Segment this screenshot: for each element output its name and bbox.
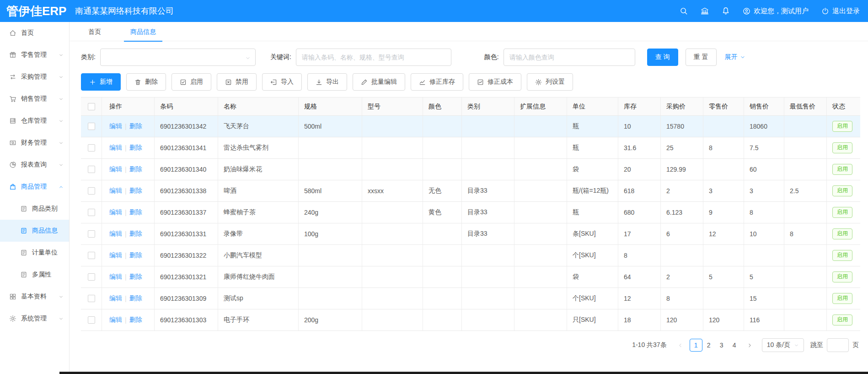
row-checkbox[interactable] [88,230,95,238]
sidebar-item-5[interactable]: 财务管理 [0,132,69,154]
toolbar-button-0[interactable]: 新增 [81,73,121,91]
warehouse-icon [9,117,16,125]
keyword-input[interactable] [296,49,451,66]
edit-link[interactable]: 编辑 [109,144,122,152]
logout-button[interactable]: 退出登录 [821,7,860,16]
tab-product-info[interactable]: 商品信息 [130,22,156,41]
select-all-checkbox[interactable] [88,103,95,110]
sidebar-item-8[interactable]: 商品类别 [0,198,69,220]
delete-link[interactable]: 删除 [129,144,142,152]
toolbar-button-8[interactable]: 修正成本 [469,73,521,91]
sidebar-item-6[interactable]: 报表查询 [0,154,69,176]
edit-link[interactable]: 编辑 [109,273,122,281]
sidebar-item-2[interactable]: 采购管理 [0,66,69,88]
page-size-select[interactable]: 10 条/页 [762,338,804,352]
reset-button[interactable]: 重 置 [686,49,717,66]
sidebar-item-3[interactable]: 销售管理 [0,88,69,110]
delete-link[interactable]: 删除 [129,208,142,217]
sidebar-item-9[interactable]: 商品信息 [0,220,69,242]
page-button-1[interactable]: 1 [690,339,702,352]
prev-page-button[interactable] [675,339,686,352]
status-badge: 启用 [832,293,852,304]
cell-model [362,137,423,158]
row-actions: 编辑|删除 [102,288,155,309]
bell-icon[interactable] [722,7,730,15]
row-checkbox[interactable] [88,273,95,281]
row-checkbox[interactable] [88,316,95,324]
app-window: 管伊佳ERP 南通某某网络科技有限公司 欢迎您，测试用户 退出登录 首页零售管理… [0,0,868,374]
welcome-user[interactable]: 欢迎您，测试用户 [743,7,809,16]
cell-unit: 袋 [567,159,618,180]
sidebar-item-1[interactable]: 零售管理 [0,44,69,66]
doc-icon [20,205,27,212]
row-checkbox-cell [81,266,102,287]
sidebar-item-7[interactable]: 商品管理 [0,176,69,198]
status-badge: 启用 [832,121,852,132]
cell-purchase [661,245,703,266]
cell-stock: 64 [618,266,661,287]
column-header: 库存 [618,98,661,115]
edit-link[interactable]: 编辑 [109,187,122,195]
delete-link[interactable]: 删除 [129,251,142,260]
cell-name: 蜂蜜柚子茶 [218,202,299,223]
cell-model [362,223,423,244]
sidebar-item-4[interactable]: 仓库管理 [0,110,69,132]
search-button[interactable]: 查 询 [647,49,678,66]
bank-icon[interactable] [701,7,709,15]
chevron-down-icon [59,141,64,146]
cell-status: 启用 [827,137,860,158]
edit-link[interactable]: 编辑 [109,165,122,173]
row-checkbox[interactable] [88,123,95,130]
edit-link[interactable]: 编辑 [109,251,122,260]
toolbar-button-4[interactable]: 导入 [262,73,302,91]
sidebar-item-11[interactable]: 多属性 [0,264,69,286]
toolbar-button-1[interactable]: 删除 [126,73,166,91]
jump-input[interactable] [827,338,849,352]
search-icon[interactable] [680,7,688,15]
toolbar-button-9[interactable]: 列设置 [527,73,573,91]
tab-home[interactable]: 首页 [88,22,101,41]
chevron-down-icon [794,343,799,348]
page-button-4[interactable]: 4 [728,339,741,352]
sidebar-item-0[interactable]: 首页 [0,22,69,44]
edit-link[interactable]: 编辑 [109,230,122,238]
row-checkbox[interactable] [88,209,95,216]
delete-link[interactable]: 删除 [129,273,142,281]
edit-link[interactable]: 编辑 [109,294,122,303]
row-checkbox[interactable] [88,144,95,152]
sidebar-item-13[interactable]: 系统管理 [0,308,69,330]
delete-link[interactable]: 删除 [129,230,142,238]
row-checkbox[interactable] [88,252,95,259]
toolbar-button-5[interactable]: 导出 [307,73,347,91]
category-select[interactable] [100,49,256,66]
sidebar-item-10[interactable]: 计量单位 [0,242,69,264]
delete-link[interactable]: 删除 [129,165,142,173]
toolbar-button-3[interactable]: 禁用 [217,73,257,91]
toolbar-button-6[interactable]: 批量编辑 [353,73,405,91]
cell-sale: 3 [744,180,784,201]
delete-link[interactable]: 删除 [129,316,142,324]
row-checkbox[interactable] [88,295,95,302]
table-row: 编辑|删除6901236301321康师傅红烧牛肉面袋64255启用 [81,266,860,288]
cell-ext [514,245,567,266]
next-page-button[interactable] [745,339,755,352]
edit-link[interactable]: 编辑 [109,316,122,324]
delete-link[interactable]: 删除 [129,294,142,303]
link-separator: | [125,273,127,281]
expand-link[interactable]: 展开 [725,53,745,61]
edit-link[interactable]: 编辑 [109,122,122,130]
row-actions: 编辑|删除 [102,202,155,223]
cell-purchase: 2 [661,180,703,201]
edit-link[interactable]: 编辑 [109,208,122,217]
row-checkbox[interactable] [88,187,95,195]
cell-barcode: 6901236301303 [155,309,218,331]
row-checkbox[interactable] [88,166,95,173]
page-button-3[interactable]: 3 [715,339,728,352]
sidebar-item-12[interactable]: 基本资料 [0,286,69,308]
color-input[interactable] [504,49,635,66]
delete-link[interactable]: 删除 [129,122,142,130]
toolbar-button-2[interactable]: 启用 [171,73,211,91]
page-button-2[interactable]: 2 [702,339,715,352]
toolbar-button-7[interactable]: 修正库存 [411,73,463,91]
delete-link[interactable]: 删除 [129,187,142,195]
